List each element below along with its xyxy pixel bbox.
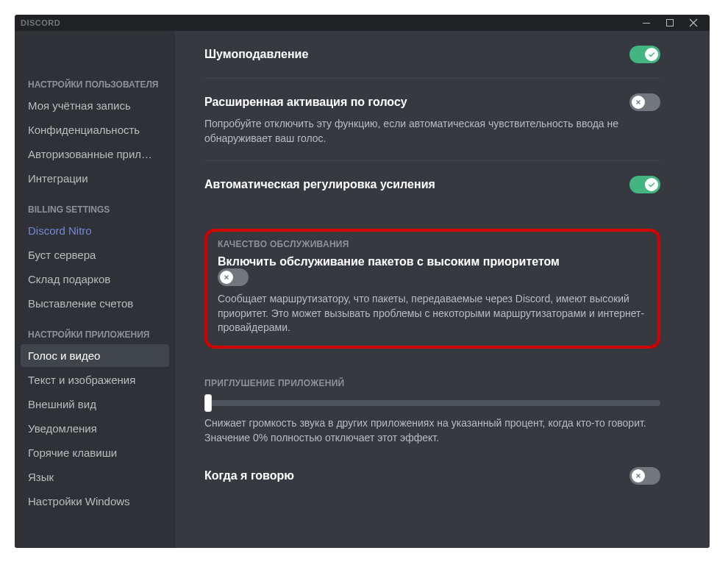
sidebar-item-notifications[interactable]: Уведомления [21, 417, 169, 440]
push-desc: Попробуйте отключить эту функцию, если а… [204, 117, 660, 146]
titlebar: DISCORD [15, 15, 710, 31]
qos-highlight: КАЧЕСТВО ОБСЛУЖИВАНИЯ Включить обслужива… [204, 229, 660, 349]
qos-desc: Сообщает маршрутизатору, что пакеты, пер… [218, 292, 647, 335]
atten-header: ПРИГЛУШЕНИЕ ПРИЛОЖЕНИЙ [204, 378, 660, 388]
sidebar-item-windows[interactable]: Настройки Windows [21, 490, 169, 513]
agc-title: Автоматическая регулировка усиления [204, 178, 435, 191]
sidebar-item-billing[interactable]: Выставление счетов [21, 292, 169, 315]
setting-voice-activation: Расширенная активация по голосу Попробуй… [204, 78, 660, 160]
setting-noise-suppression: Шумоподавление [204, 46, 660, 78]
sidebar-header-user: НАСТРОЙКИ ПОЛЬЗОВАТЕЛЯ [21, 75, 169, 94]
noise-title: Шумоподавление [204, 48, 308, 61]
push-title: Расширенная активация по голосу [204, 96, 407, 109]
sidebar-item-appearance[interactable]: Внешний вид [21, 393, 169, 416]
sidebar-item-authorized[interactable]: Авторизованные прил… [21, 143, 169, 165]
noise-toggle[interactable] [629, 46, 660, 63]
agc-toggle[interactable] [629, 176, 660, 193]
sidebar-item-boost[interactable]: Буст сервера [21, 243, 169, 266]
svg-rect-0 [643, 23, 650, 24]
attenuation-section: ПРИГЛУШЕНИЕ ПРИЛОЖЕНИЙ Снижает громкость… [204, 378, 660, 445]
minimize-button[interactable] [636, 15, 657, 31]
qos-title: Включить обслуживание пакетов с высоким … [218, 255, 647, 268]
push-toggle[interactable] [629, 93, 660, 111]
qos-toggle[interactable] [218, 268, 249, 286]
svg-rect-1 [667, 20, 674, 26]
settings-sidebar: НАСТРОЙКИ ПОЛЬЗОВАТЕЛЯ Моя учётная запис… [15, 31, 175, 548]
sidebar-item-hotkeys[interactable]: Горячие клавиши [21, 441, 169, 464]
sidebar-item-voice[interactable]: Голос и видео [21, 344, 169, 367]
setting-when-i-speak: Когда я говорю [204, 452, 660, 499]
app-window: DISCORD НАСТРОЙКИ ПОЛЬЗОВАТЕЛЯ Моя учётн… [15, 15, 710, 548]
sidebar-item-privacy[interactable]: Конфиденциальность [21, 118, 169, 141]
maximize-button[interactable] [660, 15, 680, 31]
settings-content: Шумоподавление Расширенная активация по … [175, 31, 710, 548]
sidebar-item-nitro[interactable]: Discord Nitro [21, 219, 169, 242]
attenuation-slider[interactable] [204, 400, 660, 406]
app-name: DISCORD [21, 18, 60, 27]
sidebar-item-gifts[interactable]: Склад подарков [21, 268, 169, 291]
speak-title: Когда я говорю [204, 469, 294, 482]
setting-agc: Автоматическая регулировка усиления [204, 160, 660, 208]
sidebar-item-account[interactable]: Моя учётная запись [21, 94, 169, 117]
slider-thumb[interactable] [204, 394, 212, 412]
atten-desc: Снижает громкость звука в других приложе… [204, 416, 660, 445]
sidebar-header-app: НАСТРОЙКИ ПРИЛОЖЕНИЯ [21, 325, 169, 344]
close-window-button[interactable] [683, 15, 704, 31]
qos-header: КАЧЕСТВО ОБСЛУЖИВАНИЯ [218, 239, 647, 249]
sidebar-item-integrations[interactable]: Интеграции [21, 167, 169, 190]
sidebar-item-language[interactable]: Язык [21, 466, 169, 488]
sidebar-item-text[interactable]: Текст и изображения [21, 368, 169, 391]
speak-toggle[interactable] [629, 467, 660, 485]
sidebar-header-billing: BILLING SETTINGS [21, 200, 169, 219]
